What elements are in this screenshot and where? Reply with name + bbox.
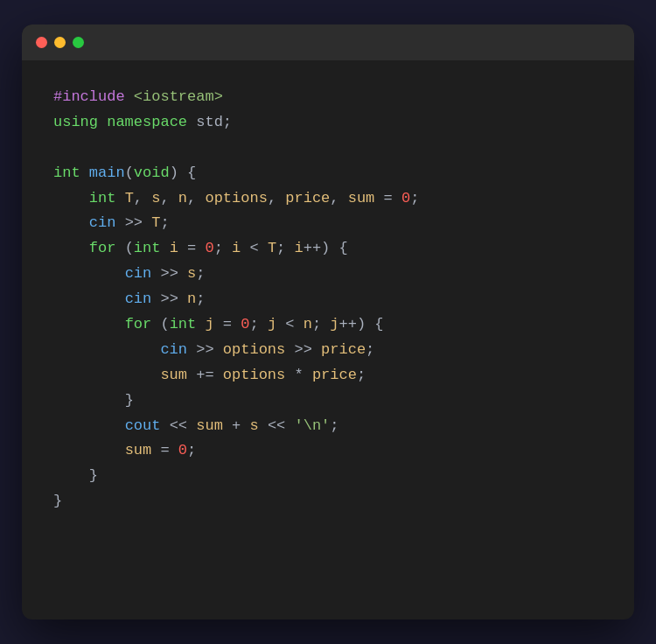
code-line-8: cin >> s; [53, 262, 603, 287]
minimize-button[interactable] [54, 37, 66, 48]
code-line-14: cout << sum + s << '\n'; [53, 414, 603, 439]
code-line-5: int T, s, n, options, price, sum = 0; [53, 186, 603, 212]
code-line-12: sum += options * price; [53, 363, 603, 388]
code-line-15: sum = 0; [53, 438, 603, 464]
code-line-2: using namespace std; [53, 110, 603, 136]
code-line-17: } [53, 489, 603, 514]
code-editor[interactable]: #include <iostream> using namespace std;… [22, 60, 634, 546]
maximize-button[interactable] [73, 37, 84, 48]
titlebar [22, 24, 634, 60]
code-line-4: int main(void) { [53, 161, 603, 186]
code-line-7: for (int i = 0; i < T; i++) { [53, 236, 603, 262]
close-button[interactable] [36, 37, 47, 48]
code-line-1: #include <iostream> [53, 85, 603, 110]
code-line-11: cin >> options >> price; [53, 338, 603, 363]
code-line-3 [53, 136, 603, 161]
code-line-16: } [53, 464, 603, 489]
code-line-10: for (int j = 0; j < n; j++) { [53, 312, 603, 338]
code-line-6: cin >> T; [53, 211, 603, 236]
editor-window: #include <iostream> using namespace std;… [22, 24, 634, 620]
code-line-9: cin >> n; [53, 287, 603, 312]
code-line-13: } [53, 388, 603, 414]
